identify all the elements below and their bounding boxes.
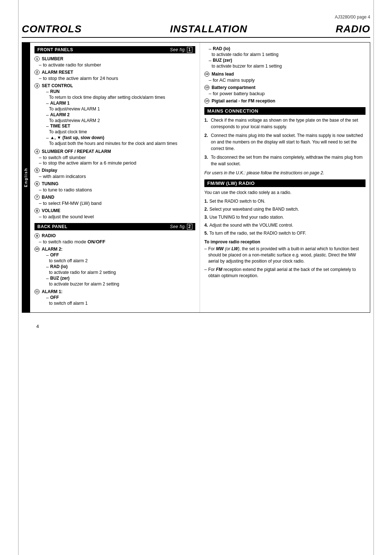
alarm1-label: ALARM 1: [50, 101, 69, 106]
mains-uk-note: For users in the U.K.: please follow the…: [204, 170, 366, 176]
num-2: 2: [34, 70, 40, 75]
fm-step-3: 3. Use TUNING to find your radio station…: [204, 214, 366, 220]
back-panel-title: BACK PANEL: [37, 224, 68, 229]
mains-item-1: 1. Check if the mains voltage as shown o…: [204, 117, 366, 130]
item-4-desc2: to stop the active alarm for a 6 minute …: [43, 160, 136, 166]
item-9-desc: to switch radio mode ON/OFF: [43, 239, 105, 244]
alarm1-buz-label: BUZ (zer): [213, 58, 232, 63]
fm-step-2-text: Select your waveband using the BAND swit…: [209, 206, 299, 212]
item-2-title: ALARM RESET: [42, 70, 73, 75]
fm-step-5-text: To turn off the radio, set the RADIO swi…: [209, 230, 306, 236]
item-1-desc: to activate radio for slumber: [43, 62, 101, 68]
item-5-display: 5 Display – with alarm indicators: [34, 168, 195, 179]
num-5: 5: [34, 168, 40, 173]
mains-item-2-text: Connect the mains plug into the wall soc…: [211, 132, 366, 152]
alarm2-rad-label: RAD (io): [50, 264, 68, 270]
mains-connection-header: MAINS CONNECTION: [204, 107, 366, 115]
alarm1-continuation: – RAD (io) to activate radio for alarm 1…: [204, 46, 366, 69]
num-8: 8: [34, 208, 40, 213]
alarm1-buz-desc: to activate buzzer for alarm 1 setting: [212, 63, 366, 69]
alarm1-off-desc: to switch off alarm 1: [49, 300, 195, 307]
item-1-slumber: 1 SLUMBER – to activate radio for slumbe…: [34, 56, 195, 68]
num-6: 6: [34, 181, 40, 186]
item-12-title: Mains lead: [212, 72, 234, 77]
front-panel-title: FRONT PANELS: [37, 47, 73, 52]
front-panel-header: FRONT PANELS See fig.1: [34, 46, 195, 53]
item-8-desc: to adjust the sound level: [43, 214, 94, 219]
fastup-label: ▲, ▼ (fast up, slow down): [50, 135, 104, 141]
item-10-title: ALARM 2:: [42, 247, 62, 252]
fm-step-3-text: Use TUNING to find your radio station.: [209, 214, 284, 220]
main-content: English FRONT PANELS See fig.1 1 SLUMBER…: [22, 42, 370, 313]
item-11-title: ALARM 1:: [42, 289, 62, 294]
item-3-title: SET CONTROL: [42, 83, 73, 88]
item-13-desc: for power battery backup: [213, 91, 265, 96]
left-column: FRONT PANELS See fig.1 1 SLUMBER – to ac…: [30, 42, 200, 312]
item-13-battery: 13 Battery compartment – for power batte…: [204, 85, 366, 96]
num-11: 11: [34, 289, 40, 294]
item-2-alarm-reset: 2 ALARM RESET – to stop the active alarm…: [34, 70, 195, 81]
front-panel-seefig: See fig.1: [170, 47, 192, 52]
num-3: 3: [34, 83, 40, 88]
header-radio: RADIO: [336, 23, 370, 35]
alarm1-rad-label: RAD (io): [213, 46, 230, 52]
fm-step-4: 4. Adjust the sound with the VOLUME cont…: [204, 222, 366, 228]
num-13: 13: [204, 85, 209, 90]
item-5-desc: with alarm indicators: [43, 174, 86, 179]
page-ref: AJ3280/00 page 4: [22, 15, 370, 20]
num-1: 1: [34, 56, 40, 61]
mains-item-2: 2. Connect the mains plug into the wall …: [204, 132, 366, 152]
mains-item-3: 3. To disconnect the set from the mains …: [204, 154, 366, 167]
item-6-tuning: 6 TUNING – to tune to radio stations: [34, 181, 195, 193]
alarm2-label: ALARM 2: [50, 112, 69, 118]
item-12-mains-lead: 12 Mains lead – for AC mains supply: [204, 72, 366, 83]
item-11-alarm1: 11 ALARM 1: – OFF to switch off alarm 1: [34, 289, 195, 307]
fm-step-1: 1. Set the RADIO switch to ON.: [204, 198, 366, 204]
alarm2-rad-desc: to activate radio for alarm 2 setting: [49, 270, 195, 276]
item-7-title: BAND: [42, 195, 54, 200]
fm-radio-header: FM/MW (LW) RADIO: [204, 179, 366, 187]
fastup-desc: To adjust both the hours and minutes for…: [49, 141, 195, 147]
back-panel-seefig: See fig.2: [170, 224, 192, 229]
item-2-desc: to stop the active alarm for 24 hours: [43, 76, 118, 81]
alarm2-off-label: OFF: [50, 252, 59, 258]
item-14-pigtail: 14 Pigtail aerial - for FM reception: [204, 98, 366, 104]
item-9-title: RADIO: [42, 233, 56, 238]
improve-item-1-text: For MW (or LW), the set is provided with…: [208, 246, 366, 264]
mains-item-3-text: To disconnect the set from the mains com…: [211, 154, 366, 167]
item-6-title: TUNING: [42, 181, 58, 186]
run-desc: To return to clock time display after se…: [49, 94, 195, 101]
improve-reception-header: To improve radio reception: [204, 239, 366, 244]
item-8-volume: 8 VOLUME – to adjust the sound level: [34, 208, 195, 219]
num-12: 12: [204, 72, 209, 77]
item-4-slumber-off: 4 SLUMBER OFF / REPEAT ALARM – to switch…: [34, 149, 195, 166]
timeset-desc: To adjust clock time: [49, 129, 195, 135]
item-13-title: Battery compartment: [212, 85, 256, 90]
improve-item-2-text: For FM reception extend the pigtail aeri…: [208, 267, 366, 279]
alarm2-buz-desc: to activate buzzer for alarm 2 setting: [49, 281, 195, 287]
item-5-title: Display: [42, 168, 57, 173]
item-1-title: SLUMBER: [42, 56, 63, 61]
alarm2-off-desc: to switch off alarm 2: [49, 258, 195, 264]
fm-intro-text: You can use the clock radio solely as a …: [204, 189, 366, 196]
alarm1-rad-desc: to activate radio for alarm 1 setting: [212, 52, 366, 58]
run-label: RUN: [50, 89, 60, 94]
alarm1-off-label: OFF: [50, 295, 59, 300]
fm-step-1-text: Set the RADIO switch to ON.: [209, 198, 265, 204]
item-6-desc: to tune to radio stations: [43, 187, 92, 193]
alarm2-desc: To adjust/review ALARM 2: [49, 118, 195, 124]
num-14: 14: [204, 98, 209, 104]
header-installation: INSTALLATION: [170, 23, 247, 35]
item-4-desc1: to switch off slumber: [43, 155, 86, 160]
num-10: 10: [34, 247, 40, 252]
alarm2-buz-label: BUZ (zer): [50, 276, 69, 281]
page-number: 4: [36, 324, 39, 329]
item-7-band: 7 BAND – to select FM-MW (LW) band: [34, 195, 195, 206]
num-7: 7: [34, 195, 40, 200]
header-controls: CONTROLS: [22, 23, 82, 35]
fm-step-5: 5. To turn off the radio, set the RADIO …: [204, 230, 366, 236]
mains-item-1-text: Check if the mains voltage as shown on t…: [211, 117, 366, 130]
num-4: 4: [34, 149, 40, 154]
item-9-radio: 9 RADIO – to switch radio mode ON/OFF: [34, 233, 195, 244]
fm-intro: You can use the clock radio solely as a …: [204, 189, 366, 236]
